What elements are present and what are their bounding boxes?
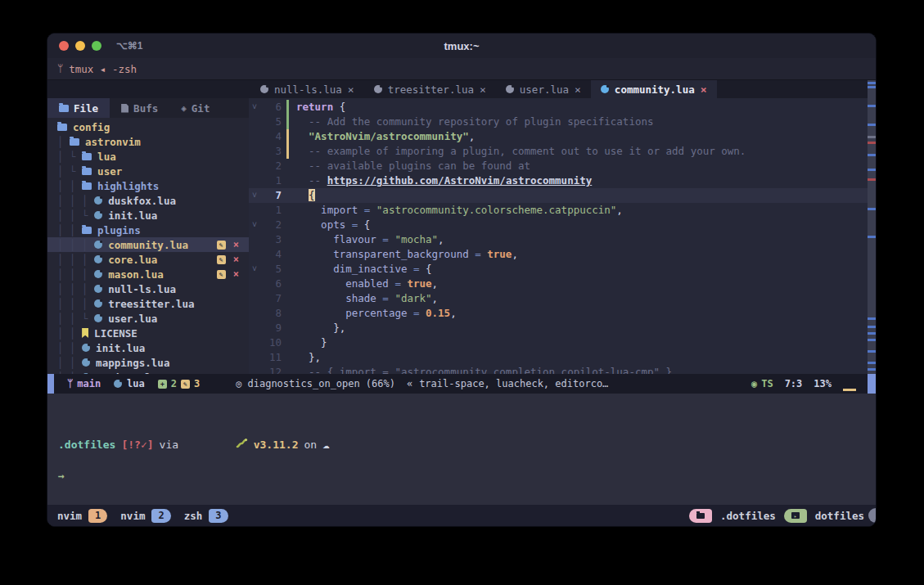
code-token: -- example of imporing a plugin, comment…: [296, 145, 746, 157]
editor-scrollbar[interactable]: [868, 80, 876, 374]
diagnostics-toggle-segment[interactable]: ◎ diagnostics_on_open (66%): [236, 378, 395, 389]
git-status-badges: ✎×: [217, 239, 239, 250]
buffer-tab[interactable]: user.lua×: [496, 80, 591, 98]
tmux-window-nvim-1[interactable]: nvim1: [57, 509, 107, 523]
scrollbar-mark: [868, 339, 876, 341]
fold-icon[interactable]: ˅: [249, 218, 260, 232]
tmux-session-badge: ▸: [784, 509, 807, 523]
tree-item-LICENSE[interactable]: │ │ LICENSE: [47, 326, 249, 340]
prompt-via-label: via: [160, 437, 178, 452]
scrollbar-mark: [868, 136, 876, 138]
line-number: 2: [260, 159, 282, 173]
code-line: 8 percentage = 0.15,: [249, 306, 876, 321]
terminal-window: ⌥⌘1 tmux:~ ᛘ tmux ◂ -zsh null-ls.lua×tre…: [47, 33, 877, 527]
line-number: 6: [260, 100, 282, 115]
code-line: 6 enabled = true,: [249, 277, 876, 291]
git-status-badges: ✎×: [217, 268, 239, 280]
shell-pane[interactable]: .dotfiles [!?✓] via v3.11.2 on ☁ →: [47, 394, 876, 505]
python-version: v3.11.2: [254, 437, 299, 452]
tree-indent-guides: │ │: [57, 180, 82, 192]
buffer-tab[interactable]: null-ls.lua×: [250, 80, 364, 98]
code-token: =: [376, 292, 395, 304]
editor-buffer[interactable]: ˅6return {5 -- Add the community reposit…: [249, 98, 876, 374]
scrollbar-mark: [868, 332, 876, 335]
git-sign-bar: [286, 129, 289, 144]
fold-icon[interactable]: ˅: [249, 188, 260, 203]
fold-icon[interactable]: ˅: [249, 262, 260, 277]
neotree-tab-bufs[interactable]: Bufs: [110, 98, 169, 118]
code-line: 5 -- Add the community repository of plu…: [249, 115, 876, 129]
close-icon[interactable]: ×: [348, 83, 354, 96]
tmux-window-nvim-2[interactable]: nvim2: [120, 509, 170, 523]
buffer-tab[interactable]: treesitter.lua×: [364, 80, 496, 98]
neotree-tab-git[interactable]: ◈ Git: [169, 98, 221, 118]
neotree-tab-file-label: File: [74, 102, 98, 115]
tree-indent-guides: │ └: [57, 165, 82, 178]
tree-item-duskfox.lua[interactable]: │ │ │ duskfox.lua: [47, 193, 249, 208]
tree-item-label: lua: [97, 151, 116, 163]
prompt-git-status: [!?✓]: [121, 437, 153, 452]
close-icon[interactable]: ×: [480, 83, 486, 96]
code-token: import: [296, 204, 358, 216]
close-icon[interactable]: ×: [575, 83, 581, 96]
buffer-tab[interactable]: community.lua×: [591, 80, 717, 98]
code-token: "AstroNvim/astrocommunity": [309, 130, 469, 142]
code-line: 4 "AstroNvim/astrocommunity",: [249, 129, 876, 144]
tmux-window-index: 3: [209, 509, 228, 523]
scrollbar-mark: [868, 124, 876, 126]
code-token: {: [364, 218, 371, 231]
tree-item-init.lua[interactable]: │ │ └ init.lua: [47, 208, 249, 223]
tree-item-label: init.lua: [108, 209, 157, 222]
git-status-badges: ✎×: [217, 254, 239, 265]
scrollbar-mark: [868, 208, 876, 210]
tree-item-treesitter.lua[interactable]: │ │ │ treesitter.lua: [47, 296, 249, 311]
tree-item-null-ls.lua[interactable]: │ │ │ null-ls.lua: [47, 281, 249, 296]
line-number: 10: [260, 335, 282, 350]
git-diff-segment: + 2 ✎ 3: [158, 378, 200, 389]
scrollbar-mark: [868, 350, 876, 353]
tree-item-label: highlights: [97, 180, 159, 192]
tree-item-astronvim[interactable]: │ astronvim: [47, 134, 249, 149]
scrollbar-mark: [868, 362, 876, 364]
terminal-icon: ▸: [791, 512, 800, 519]
tree-item-label: init.lua: [96, 342, 145, 354]
tree-item-config[interactable]: config: [47, 119, 249, 134]
tree-item-highlights[interactable]: │ │ highlights: [47, 178, 249, 193]
neotree-tab-file[interactable]: File: [47, 98, 110, 118]
lua-icon: [94, 211, 102, 219]
tree-item-init.lua[interactable]: │ │ init.lua: [47, 340, 249, 355]
tree-item-core.lua[interactable]: │ │ │ core.lua✎×: [47, 252, 249, 267]
tree-indent-guides: │ │ └: [57, 209, 94, 222]
tmux-bar-end-cap: [868, 508, 876, 523]
tmux-window-index: 1: [88, 509, 107, 523]
tree-item-mason.lua[interactable]: │ │ │ mason.lua✎×: [47, 267, 249, 281]
code-token: ,: [469, 130, 476, 142]
close-icon[interactable]: ×: [701, 83, 707, 96]
neotree-source-tabs: File Bufs ◈ Git: [47, 98, 249, 118]
code-line: ˅5 dim_inactive = {: [249, 262, 876, 277]
code-line: 3 -- example of imporing a plugin, comme…: [249, 144, 876, 159]
code-token: true: [407, 277, 431, 290]
code-text: },: [296, 350, 321, 365]
tree-item-user.lua[interactable]: │ │ └ user.lua: [47, 311, 249, 326]
tree-item-community.lua[interactable]: │ │ │ community.lua✎×: [47, 237, 249, 252]
tree-item-plugins[interactable]: │ │ plugins: [47, 223, 249, 237]
tmux-session-path: .dotfiles: [720, 510, 776, 522]
tree-item-user[interactable]: │ └ user: [47, 164, 249, 178]
close-window-button[interactable]: [59, 41, 69, 51]
tree-item-mappings.lua[interactable]: │ │ mappings.lua: [47, 355, 249, 370]
git-modified-icon: ✎: [181, 380, 190, 389]
minimize-window-button[interactable]: [75, 41, 85, 51]
fold-icon[interactable]: ˅: [249, 100, 260, 115]
tmux-window-zsh-3[interactable]: zsh3: [184, 509, 228, 523]
license-ribbon-icon: [82, 328, 88, 338]
prompt-directory: .dotfiles: [58, 437, 115, 452]
code-token: =: [407, 307, 426, 319]
code-line: 1 -- https://github.com/AstroNvim/astroc…: [249, 173, 876, 188]
scrollbar-mark: [868, 154, 876, 156]
tree-indent-guides: │ │: [57, 357, 82, 369]
tree-item-lua[interactable]: │ └ lua: [47, 149, 249, 164]
terminal-tab-bar[interactable]: ᛘ tmux ◂ -zsh: [47, 58, 876, 80]
zoom-window-button[interactable]: [92, 41, 101, 51]
titlebar: ⌥⌘1 tmux:~: [47, 34, 876, 58]
